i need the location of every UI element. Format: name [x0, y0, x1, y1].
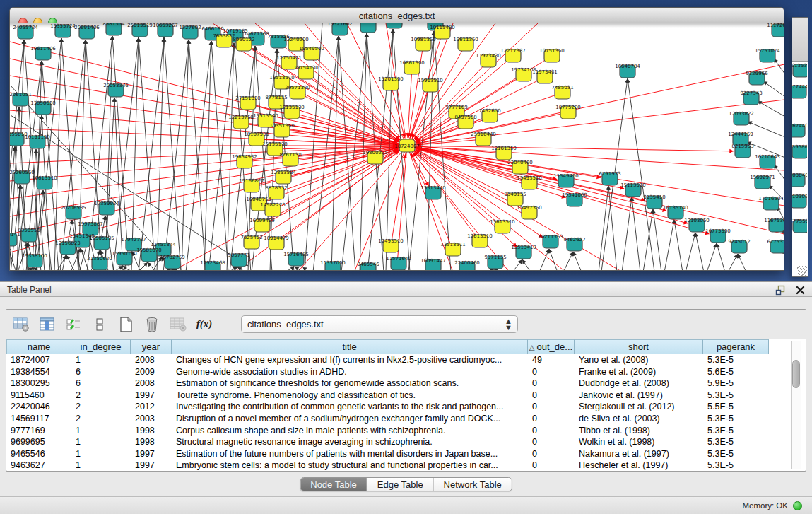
new-table-icon[interactable] — [117, 315, 135, 334]
network-node[interactable]: 25316440 — [471, 132, 496, 146]
network-node[interactable]: 10653267 — [153, 23, 178, 37]
network-node[interactable]: 6775500 — [792, 218, 807, 233]
network-node[interactable]: 19527602 — [327, 23, 353, 35]
network-node[interactable]: 20206535 — [61, 205, 86, 219]
table-settings-icon[interactable] — [12, 315, 30, 334]
network-node[interactable]: 16191150 — [25, 134, 50, 148]
network-canvas[interactable]: 2405572419355724206914068581304250135191… — [10, 23, 784, 271]
network-node[interactable]: 8549135 — [504, 192, 526, 206]
tab-edge-table[interactable]: Edge Table — [367, 478, 434, 491]
network-node[interactable]: 13201350 — [378, 76, 404, 90]
network-node[interactable]: 27151350 — [235, 95, 261, 110]
column-header-in_degree[interactable]: in_degree — [71, 339, 131, 354]
network-node[interactable]: 16775350 — [705, 228, 731, 243]
network-node[interactable]: 16135330 — [792, 63, 807, 77]
network-node[interactable]: 22400460 — [454, 260, 480, 271]
network-node[interactable]: 18775200 — [555, 105, 581, 119]
delete-rows-icon[interactable] — [143, 315, 161, 334]
network-node[interactable]: 16211353 — [538, 234, 563, 248]
network-node[interactable]: 7663822 — [213, 33, 235, 47]
network-node[interactable]: 12505135 — [89, 235, 114, 250]
network-node[interactable]: 1595800 — [792, 144, 807, 158]
network-node[interactable]: 11571640 — [386, 256, 411, 270]
network-window-titlebar[interactable]: citations_edges.txt — [10, 8, 784, 23]
column-header-pagerank[interactable]: pagerank — [703, 339, 769, 354]
network-node[interactable]: 3915141 — [10, 232, 20, 246]
table-row[interactable]: 1456911722003Disruption of a novel membe… — [6, 413, 806, 425]
network-node[interactable]: 8581304 — [102, 23, 125, 35]
network-node[interactable]: 13613510 — [490, 219, 515, 233]
network-node[interactable]: 15493510 — [517, 175, 542, 189]
network-node[interactable]: 19611350 — [453, 37, 478, 51]
network-node[interactable]: 16648784 — [615, 64, 640, 78]
network-node[interactable]: 16861350 — [399, 60, 425, 74]
network-node[interactable]: 1527602 — [179, 25, 201, 39]
network-node[interactable]: 12135130 — [279, 105, 305, 119]
network-node[interactable]: 8960122 — [233, 37, 254, 51]
table-row[interactable]: 1872400712008Changes of HCN gene express… — [6, 354, 806, 366]
network-node[interactable]: 8497568 — [454, 115, 476, 129]
network-node[interactable]: 9245012 — [728, 239, 750, 253]
network-node[interactable]: 8646160 — [357, 23, 379, 33]
network-node[interactable]: 21350620 — [87, 256, 112, 270]
network-node[interactable]: 9857771 — [228, 252, 249, 267]
table-panel-titlebar[interactable]: Table Panel — [0, 281, 812, 297]
network-node[interactable]: 12774440 — [792, 84, 807, 98]
background-window-sliver[interactable]: 9127260161353301277444014674401595800110… — [792, 17, 808, 277]
network-node[interactable]: 15913510 — [418, 78, 443, 92]
network-node[interactable]: 10751350 — [539, 48, 565, 62]
network-node[interactable]: 12923468 — [200, 260, 225, 271]
table-row[interactable]: 969969511998Structural magnetic resonanc… — [6, 436, 806, 448]
function-builder-icon[interactable]: f(x) — [195, 315, 213, 334]
network-node[interactable]: 12613510 — [467, 233, 493, 247]
destroy-table-icon[interactable] — [169, 315, 187, 334]
network-node[interactable]: 1103840 — [792, 173, 807, 187]
network-node[interactable]: 11973430 — [476, 53, 501, 67]
network-node[interactable]: 9571135 — [484, 255, 506, 269]
column-header-name[interactable]: name — [6, 339, 71, 354]
network-node[interactable]: 15950130 — [112, 251, 137, 265]
network-node[interactable]: 12513410 — [511, 245, 536, 259]
network-node[interactable]: 6791973 — [599, 171, 620, 185]
column-header-short[interactable]: short — [575, 339, 703, 354]
network-node[interactable]: 18754130 — [293, 65, 319, 79]
table-row[interactable]: 1938455462009Genome-wide association stu… — [6, 366, 806, 378]
network-node[interactable]: 2061051 — [10, 92, 32, 106]
table-row[interactable]: 946362711997Embryonic stem cells: a mode… — [6, 460, 806, 472]
network-node[interactable]: 1467440 — [792, 123, 807, 137]
network-node[interactable]: 7462600 — [478, 108, 500, 122]
network-node[interactable]: 9465546 — [357, 262, 379, 271]
network-node[interactable]: 9135410 — [643, 194, 665, 209]
show-column-icon[interactable] — [38, 315, 57, 334]
network-node[interactable]: 13513511 — [440, 242, 466, 256]
network-node[interactable]: 8215953 — [731, 144, 753, 158]
network-window[interactable]: citations_edges.txt 24055724193557242069… — [9, 7, 784, 271]
table-row[interactable]: 2242004622012Investigating the contribut… — [6, 401, 806, 413]
network-node[interactable]: 16135140 — [663, 205, 688, 219]
column-header-year[interactable]: year — [131, 339, 172, 354]
vertical-scrollbar[interactable] — [791, 341, 801, 469]
column-header-title[interactable]: title — [172, 339, 528, 354]
tab-node-table[interactable]: Node Table — [300, 478, 367, 491]
network-node[interactable]: 11172610 — [767, 23, 784, 37]
scrollbar-thumb[interactable] — [792, 360, 800, 388]
network-node[interactable]: 9129966 — [746, 71, 768, 85]
network-node[interactable]: 20691406 — [74, 25, 100, 39]
select-columns-icon[interactable] — [64, 315, 83, 334]
table-row[interactable]: 977716911998Corpus callosum shape and si… — [6, 425, 806, 437]
network-node[interactable]: 12213750 — [228, 115, 254, 129]
resize-grip-icon[interactable] — [797, 266, 807, 276]
table-row[interactable]: 946554611997Estimation of the future num… — [6, 448, 806, 460]
tab-network-table[interactable]: Network Table — [434, 478, 512, 491]
table-row[interactable]: 911546021997Tourette syndrome. Phenomeno… — [6, 390, 806, 402]
network-node[interactable]: 25013519 — [127, 23, 153, 37]
network-node[interactable]: 8267130 — [279, 152, 301, 166]
table-row[interactable]: 1830029562008Estimation of significance … — [6, 378, 806, 390]
network-node[interactable]: 8350510 — [18, 228, 40, 242]
network-node[interactable]: 7625402 — [240, 235, 262, 249]
network-node[interactable]: 9462627 — [563, 237, 585, 251]
column-header-out_de[interactable]: △out_de... — [528, 339, 575, 354]
network-node[interactable]: 19541060 — [562, 192, 587, 206]
network-node[interactable]: 15113510 — [620, 182, 646, 197]
network-node[interactable]: 13513440 — [420, 185, 446, 199]
